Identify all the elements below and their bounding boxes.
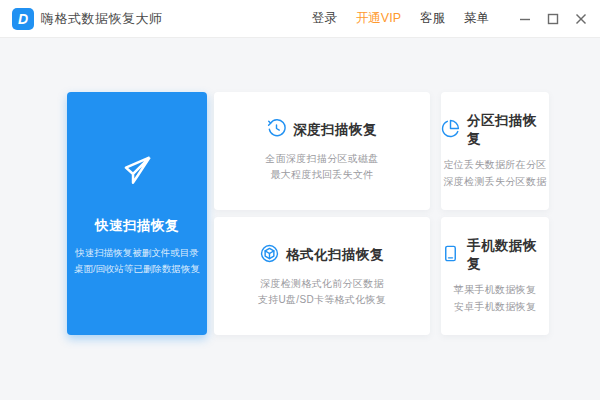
paper-plane-icon [118,151,156,193]
title-bar: D 嗨格式数据恢复大师 登录 开通VIP 客服 菜单 [0,0,600,38]
minimize-icon[interactable] [516,10,534,28]
desc-line: 快速扫描恢复被删文件或目录 [74,245,200,261]
card-title: 深度扫描恢复 [293,121,377,139]
desc-line: 支持U盘/SD卡等格式化恢复 [258,292,386,309]
smartphone-icon [441,244,460,267]
desc-line: 深度检测格式化前分区数据 [258,276,386,293]
card-partition-scan[interactable]: 分区扫描恢复 定位丢失数据所在分区 深度检测丢失分区数据 [441,92,549,210]
card-head: 格式化扫描恢复 [260,244,384,267]
login-link[interactable]: 登录 [312,10,337,27]
pie-chart-icon [441,119,460,142]
topbar-actions: 登录 开通VIP 客服 菜单 [312,10,590,28]
card-description: 定位丢失数据所在分区 深度检测丢失分区数据 [444,157,547,190]
desc-line: 最大程度找回丢失文件 [265,167,378,184]
cube-icon [260,244,279,267]
card-head: 深度扫描恢复 [267,119,377,142]
brand: D 嗨格式数据恢复大师 [12,8,163,30]
card-title: 快速扫描恢复 [95,217,179,235]
logo-glyph: D [18,12,28,26]
support-link[interactable]: 客服 [420,10,445,27]
desc-line: 全面深度扫描分区或磁盘 [265,151,378,168]
app-title: 嗨格式数据恢复大师 [41,10,163,28]
app-window: D 嗨格式数据恢复大师 登录 开通VIP 客服 菜单 [0,0,600,400]
card-deep-scan[interactable]: 深度扫描恢复 全面深度扫描分区或磁盘 最大程度找回丢失文件 [214,92,430,210]
desc-line: 苹果手机数据恢复 [454,282,536,299]
card-quick-scan[interactable]: 快速扫描恢复 快速扫描恢复被删文件或目录 桌面/回收站等已删除数据恢复 [67,92,207,335]
card-description: 快速扫描恢复被删文件或目录 桌面/回收站等已删除数据恢复 [74,245,200,276]
close-icon[interactable] [572,10,590,28]
card-description: 全面深度扫描分区或磁盘 最大程度找回丢失文件 [265,151,378,184]
card-title: 格式化扫描恢复 [286,246,384,264]
history-clock-icon [267,119,286,142]
card-head: 手机数据恢复 [441,237,549,273]
card-title: 手机数据恢复 [467,237,549,273]
maximize-icon[interactable] [544,10,562,28]
app-logo-icon: D [12,8,34,30]
desc-line: 桌面/回收站等已删除数据恢复 [74,261,200,277]
card-format-scan[interactable]: 格式化扫描恢复 深度检测格式化前分区数据 支持U盘/SD卡等格式化恢复 [214,217,430,335]
vip-link[interactable]: 开通VIP [356,10,401,27]
window-controls [516,10,590,28]
desc-line: 安卓手机数据恢复 [454,299,536,316]
card-head: 分区扫描恢复 [441,112,549,148]
desc-line: 定位丢失数据所在分区 [444,157,547,174]
desc-line: 深度检测丢失分区数据 [444,174,547,191]
card-phone-recovery[interactable]: 手机数据恢复 苹果手机数据恢复 安卓手机数据恢复 [441,217,549,335]
card-description: 深度检测格式化前分区数据 支持U盘/SD卡等格式化恢复 [258,276,386,309]
card-title: 分区扫描恢复 [467,112,549,148]
card-description: 苹果手机数据恢复 安卓手机数据恢复 [454,282,536,315]
menu-link[interactable]: 菜单 [464,10,489,27]
